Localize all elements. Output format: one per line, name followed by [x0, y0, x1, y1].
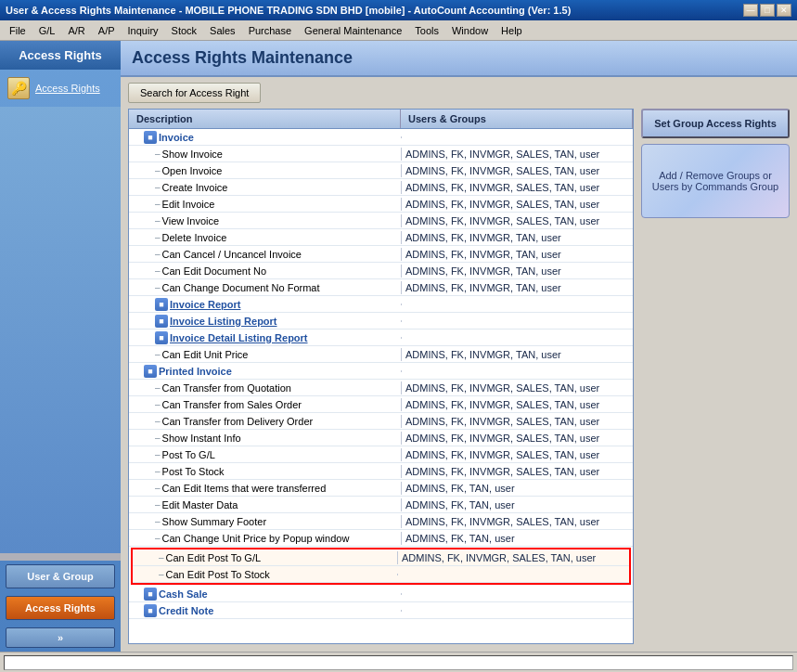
row-users: ADMINS, FK, INVMGR, TAN, user: [401, 348, 633, 361]
menu-window[interactable]: Window: [446, 23, 494, 38]
menu-tools[interactable]: Tools: [409, 23, 444, 38]
table-row[interactable]: ■ Printed Invoice: [129, 363, 633, 380]
table-row[interactable]: – Edit Master Data ADMINS, FK, TAN, user: [129, 497, 633, 513]
table-row[interactable]: – Can Edit Document No ADMINS, FK, INVMG…: [129, 263, 633, 279]
row-users: ADMINS, FK, TAN, user: [401, 498, 633, 511]
table-container: Description Users & Groups ■ Invoice: [121, 109, 797, 652]
search-access-right-button[interactable]: Search for Access Right: [128, 83, 261, 103]
row-users: ADMINS, FK, INVMGR, SALES, TAN, user: [401, 515, 633, 528]
table-row[interactable]: – Create Invoice ADMINS, FK, INVMGR, SAL…: [129, 179, 633, 196]
section-icon: ■: [155, 315, 168, 328]
row-desc: – Can Transfer from Delivery Order: [129, 415, 401, 428]
access-rights-button[interactable]: Access Rights: [6, 596, 115, 620]
menu-gl[interactable]: G/L: [33, 23, 61, 38]
menu-inquiry[interactable]: Inquiry: [122, 23, 164, 38]
row-users: ADMINS, FK, INVMGR, SALES, TAN, user: [401, 181, 633, 194]
table-row[interactable]: – Can Transfer from Sales Order ADMINS, …: [129, 396, 633, 413]
access-rights-label[interactable]: Access Rights: [35, 83, 100, 94]
table-row[interactable]: – Can Cancel / Uncancel Invoice ADMINS, …: [129, 246, 633, 263]
user-group-button[interactable]: User & Group: [6, 564, 115, 588]
row-desc: – Post To G/L: [129, 448, 401, 461]
row-desc: ■ Printed Invoice: [129, 364, 401, 379]
menu-ap[interactable]: A/P: [93, 23, 121, 38]
sidebar-access-rights-link[interactable]: 🔑 Access Rights: [0, 70, 121, 107]
row-desc: – Can Edit Document No: [129, 265, 401, 278]
sidebar: Access Rights 🔑 Access Rights User & Gro…: [0, 41, 121, 652]
row-desc: – Show Invoice: [129, 148, 401, 161]
row-desc: – Can Cancel / Uncancel Invoice: [129, 248, 401, 261]
table-row[interactable]: ■ Invoice: [129, 129, 633, 146]
menu-stock[interactable]: Stock: [166, 23, 203, 38]
table-row[interactable]: – Show Invoice ADMINS, FK, INVMGR, SALES…: [129, 146, 633, 162]
table-row-highlighted-gl[interactable]: – Can Edit Post To G/L ADMINS, FK, INVMG…: [133, 549, 629, 566]
section-icon: ■: [144, 588, 157, 601]
row-users: ADMINS, FK, INVMGR, SALES, TAN, user: [401, 415, 633, 428]
section-icon: ■: [144, 604, 157, 617]
table-body[interactable]: ■ Invoice – Show Invoice ADMINS, FK, INV…: [129, 129, 633, 643]
section-icon: ■: [144, 131, 157, 144]
set-group-access-rights-button[interactable]: Set Group Access Rights: [641, 109, 790, 138]
row-desc: ■ Credit Note: [129, 603, 401, 618]
table-row[interactable]: ■ Invoice Listing Report: [129, 313, 633, 330]
row-desc: – Can Edit Post To G/L: [133, 551, 397, 564]
table-row[interactable]: – Show Instant Info ADMINS, FK, INVMGR, …: [129, 430, 633, 446]
table-scroll[interactable]: ■ Invoice – Show Invoice ADMINS, FK, INV…: [129, 129, 633, 643]
table-row[interactable]: – Post To G/L ADMINS, FK, INVMGR, SALES,…: [129, 446, 633, 463]
menu-purchase[interactable]: Purchase: [243, 23, 297, 38]
menu-sales[interactable]: Sales: [204, 23, 241, 38]
row-desc: – Can Transfer from Quotation: [129, 381, 401, 394]
dash-icon: –: [155, 399, 161, 409]
content-area: Access Rights Maintenance Search for Acc…: [121, 41, 797, 652]
table-row[interactable]: – Delete Invoice ADMINS, FK, INVMGR, TAN…: [129, 229, 633, 246]
row-desc: ■ Invoice Report: [129, 297, 401, 312]
row-users: [401, 320, 633, 322]
table-row[interactable]: – Can Transfer from Quotation ADMINS, FK…: [129, 380, 633, 396]
table-row[interactable]: ■ Invoice Report: [129, 296, 633, 313]
row-desc: ■ Invoice Detail Listing Report: [129, 330, 401, 345]
table-row[interactable]: – Open Invoice ADMINS, FK, INVMGR, SALES…: [129, 162, 633, 179]
dash-icon: –: [155, 349, 161, 359]
title-bar-buttons[interactable]: — □ ✕: [743, 4, 791, 17]
row-users: ADMINS, FK, TAN, user: [401, 482, 633, 495]
table-row[interactable]: ■ Invoice Detail Listing Report: [129, 330, 633, 346]
table-row[interactable]: – Can Transfer from Delivery Order ADMIN…: [129, 413, 633, 430]
table-row[interactable]: – Can Change Unit Price by Popup window …: [129, 530, 633, 547]
row-desc: – Can Change Document No Format: [129, 281, 401, 294]
table-row[interactable]: – Edit Invoice ADMINS, FK, INVMGR, SALES…: [129, 196, 633, 213]
close-button[interactable]: ✕: [777, 4, 791, 17]
row-users: ADMINS, FK, INVMGR, SALES, TAN, user: [401, 432, 633, 445]
table-row[interactable]: – Post To Stock ADMINS, FK, INVMGR, SALE…: [129, 463, 633, 480]
table-row[interactable]: – View Invoice ADMINS, FK, INVMGR, SALES…: [129, 213, 633, 229]
maximize-button[interactable]: □: [760, 4, 775, 17]
row-desc: – Create Invoice: [129, 181, 401, 194]
table-row[interactable]: – Can Edit Unit Price ADMINS, FK, INVMGR…: [129, 346, 633, 363]
table-row[interactable]: – Show Summary Footer ADMINS, FK, INVMGR…: [129, 513, 633, 530]
dash-icon: –: [155, 165, 161, 175]
menu-general-maintenance[interactable]: General Maintenance: [299, 23, 407, 38]
dash-icon: –: [155, 382, 161, 393]
row-desc: – Open Invoice: [129, 164, 401, 177]
row-desc: – Edit Invoice: [129, 198, 401, 211]
table-header: Description Users & Groups: [129, 110, 633, 129]
menu-file[interactable]: File: [4, 23, 32, 38]
row-users: ADMINS, FK, INVMGR, SALES, TAN, user: [401, 164, 633, 177]
row-users: ADMINS, FK, INVMGR, SALES, TAN, user: [401, 381, 633, 394]
menu-ar[interactable]: A/R: [62, 23, 90, 38]
page-title: Access Rights Maintenance: [132, 48, 786, 68]
expand-button[interactable]: »: [6, 627, 115, 648]
right-panel-card-text: Add / Remove Groups or Users by Commands…: [649, 170, 781, 192]
table-row-highlighted-stock[interactable]: – Can Edit Post To Stock: [133, 566, 629, 583]
table-row[interactable]: – Can Edit Items that were transferred A…: [129, 480, 633, 497]
dash-icon: –: [155, 416, 161, 426]
menu-help[interactable]: Help: [495, 23, 528, 38]
table-row[interactable]: ■ Cash Sale: [129, 586, 633, 602]
row-users: ADMINS, FK, INVMGR, SALES, TAN, user: [401, 198, 633, 211]
dash-icon: –: [155, 215, 161, 226]
table-row[interactable]: – Can Change Document No Format ADMINS, …: [129, 279, 633, 296]
toolbar: Search for Access Right: [121, 77, 797, 109]
table-row[interactable]: ■ Credit Note: [129, 602, 633, 619]
row-users: ADMINS, FK, INVMGR, SALES, TAN, user: [401, 448, 633, 461]
minimize-button[interactable]: —: [743, 4, 758, 17]
dash-icon: –: [155, 282, 161, 292]
row-users: [401, 136, 633, 138]
